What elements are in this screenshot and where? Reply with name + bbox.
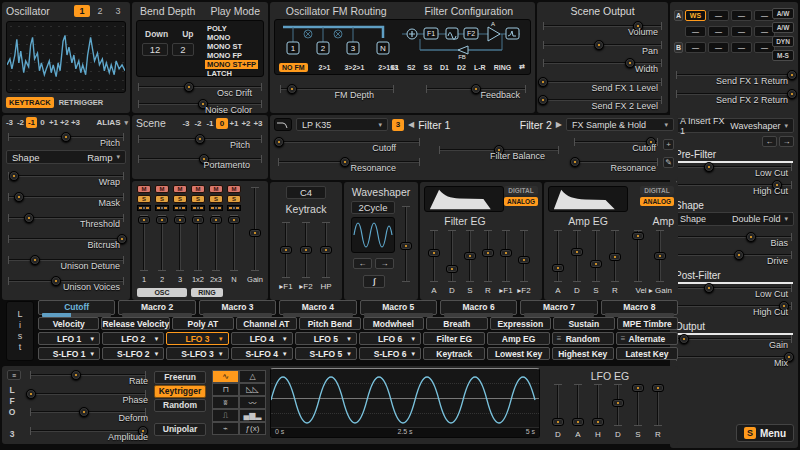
mod-source-cell[interactable]: Expression [490,317,551,330]
fx-return-slider[interactable]: Send FX 1 Return [672,68,796,85]
scene-octave-button[interactable]: -2 [192,118,204,129]
fx-slot[interactable]: — [731,42,752,53]
slider-handle[interactable] [71,370,81,380]
slider-handle[interactable] [482,249,494,257]
mod-source-cell[interactable]: ≡ Random [552,332,614,345]
scene-octave-button[interactable]: 0 [216,118,228,129]
filter-config-option[interactable]: S3 [422,63,433,72]
eg-slider[interactable]: D [569,228,585,284]
mod-source-cell[interactable]: Velocity [38,317,99,330]
lfo-unipolar-button[interactable]: Unipolar [154,423,206,436]
mod-source-cell[interactable]: Pitch Bend [299,317,360,330]
mixer-level-slider[interactable] [227,213,241,273]
pitch-slider[interactable]: Pitch [4,130,128,147]
scene-octave-button[interactable]: +2 [240,118,252,129]
macro-cell[interactable]: Macro 8 [601,300,678,315]
solo-button[interactable]: S [191,195,205,203]
play-mode-option[interactable]: MONO ST+FP [205,60,258,69]
fx-param-slider[interactable]: Low Cut [672,281,796,298]
lfo-shape-button[interactable]: ▄▆▂ [239,409,266,422]
scene-octave-button[interactable]: +3 [252,118,264,129]
slider-handle[interactable] [654,252,666,260]
scene-misc-slider[interactable]: Osc Drift [134,80,266,97]
slider-track[interactable] [557,230,559,282]
scene-output-slider[interactable]: Send FX 2 Level [539,93,666,110]
scene-slider[interactable]: Portamento [134,152,266,169]
solo-button[interactable]: S [155,195,169,203]
osc-param-slider[interactable]: Threshold [4,211,128,228]
slider-handle[interactable] [287,84,297,94]
lfo-shape-button[interactable]: ƒ(x) [239,422,266,435]
filter2-tab[interactable]: Filter 2 [520,119,552,131]
lfo-shape-button[interactable]: △ [239,370,266,383]
fx-param-slider[interactable]: High Cut [672,178,796,195]
fm-depth-slider[interactable]: FM Depth [276,82,398,99]
slider-handle[interactable] [679,334,689,344]
play-mode-option[interactable]: MONO [205,33,232,42]
slider-handle[interactable] [156,216,168,224]
lfo-slider[interactable]: Rate [26,368,150,385]
slider-handle[interactable] [787,70,797,80]
slider-handle[interactable] [464,252,476,260]
slider-handle[interactable] [428,249,440,257]
macro-cell[interactable]: Cutoff [38,300,115,315]
slider-handle[interactable] [500,249,512,257]
filter1-slider[interactable]: Resonance [274,155,424,172]
keytrack-slider[interactable]: HP [318,220,334,280]
filter1-type-dropdown[interactable]: LP K35 ▾ [296,118,388,131]
fx-slot[interactable]: — [685,42,706,53]
slider-handle[interactable] [704,283,714,293]
digital-mode-button[interactable]: DIGITAL [640,186,674,195]
slider-handle[interactable] [26,389,36,399]
modlist-button[interactable]: List [6,301,34,361]
mod-source-cell[interactable]: LFO 2 ▼ [102,332,164,345]
oscillator-tab[interactable]: 3 [110,5,126,17]
scene-output-slider[interactable]: Pan [539,38,666,55]
osc-type-dropdown[interactable]: ALIAS ▾ [96,118,128,127]
mod-source-cell[interactable]: S-LFO 3 ▼ [166,347,228,360]
osc-shape-dropdown[interactable]: Shape Ramp▾ [6,150,126,164]
mod-source-cell[interactable]: Filter EG [423,332,485,345]
osc-octave-button[interactable]: -3 [4,117,15,128]
fx-slot[interactable]: WS [685,10,706,21]
eg-slider[interactable]: A [426,228,442,284]
filter-config-option[interactable]: D1 [439,63,450,72]
slider-handle[interactable] [787,89,797,99]
lfo-trigger-button[interactable]: Random [154,399,206,412]
mute-button[interactable]: M [173,185,187,193]
bend-down-value[interactable]: 12 [142,43,168,56]
osc-param-slider[interactable]: Unison Detune [4,253,128,270]
slider-handle[interactable] [571,248,583,256]
lfo-eg-slider[interactable]: S [630,382,646,428]
fx-global-slot[interactable]: A/W [772,22,794,33]
fx-slot[interactable]: — [708,42,729,53]
lfo-slider[interactable]: Amplitude [26,424,150,441]
digital-mode-button[interactable]: DIGITAL [504,186,538,195]
osc-octave-button[interactable]: +2 [59,117,70,128]
slider-handle[interactable] [228,216,240,224]
slider-handle[interactable] [632,384,644,392]
slider-track[interactable] [595,230,597,282]
scene-octave-button[interactable]: -3 [180,118,192,129]
filter1-slider[interactable]: Cutoff [274,135,424,152]
oscillator-waveform-display[interactable] [6,21,126,93]
lfo-eg-slider[interactable]: D [550,382,566,428]
scene-output-slider[interactable]: Send FX 1 Level [539,75,666,92]
keytrack-root-note[interactable]: C4 [286,186,326,199]
slider-handle[interactable] [184,82,194,92]
eg-slider[interactable]: D [444,228,460,284]
osc-param-slider[interactable]: Bitcrush [4,232,128,249]
mod-source-cell[interactable]: S-LFO 4 ▼ [231,347,293,360]
slider-handle[interactable] [538,77,548,87]
filter2-link-button[interactable]: ✎ [663,157,674,168]
amp-eg-display[interactable] [548,186,628,212]
fx-global-slot[interactable]: DYN [772,36,794,47]
macro-cell[interactable]: Macro 5 [360,300,437,315]
slider-handle[interactable] [24,213,34,223]
macro-cell[interactable]: Macro 6 [440,300,517,315]
osc-param-slider[interactable]: Mask [4,190,128,207]
amp-slider[interactable] [652,228,668,284]
mod-source-cell[interactable]: ≡ Alternate [616,332,678,345]
mute-button[interactable]: M [227,185,241,193]
slider-handle[interactable] [30,255,40,265]
